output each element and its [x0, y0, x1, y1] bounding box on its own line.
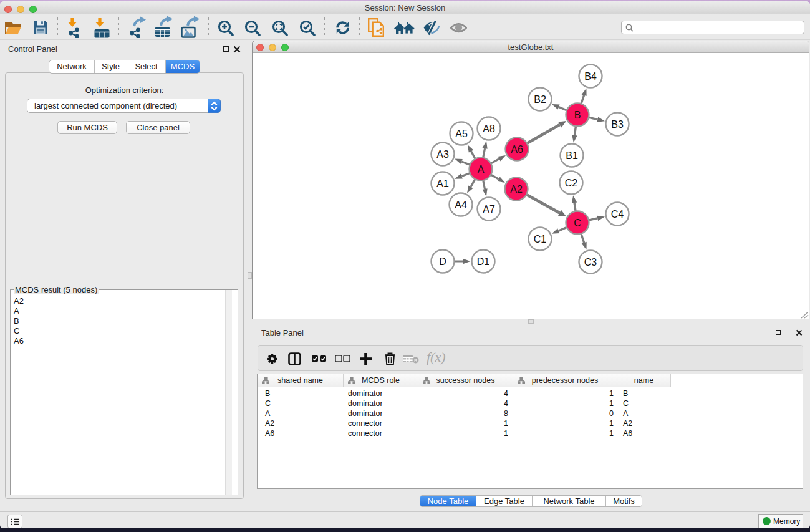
svg-text:C1: C1 — [534, 234, 547, 244]
svg-text:A5: A5 — [455, 128, 468, 139]
svg-text:D1: D1 — [477, 256, 490, 267]
svg-text:D: D — [439, 256, 446, 267]
svg-text:A: A — [478, 164, 485, 175]
svg-text:B3: B3 — [611, 119, 624, 130]
svg-text:C3: C3 — [584, 257, 597, 268]
svg-text:A1: A1 — [436, 178, 449, 189]
svg-text:A4: A4 — [455, 200, 467, 210]
svg-text:A7: A7 — [483, 204, 495, 215]
svg-text:B: B — [574, 110, 581, 120]
svg-text:B1: B1 — [566, 150, 578, 161]
svg-text:C4: C4 — [611, 209, 624, 220]
svg-text:B4: B4 — [584, 71, 597, 82]
svg-text:A8: A8 — [483, 123, 495, 134]
svg-text:A6: A6 — [511, 144, 523, 155]
svg-text:C: C — [574, 218, 581, 228]
svg-text:A3: A3 — [436, 149, 449, 160]
svg-text:B2: B2 — [534, 94, 546, 105]
svg-text:A2: A2 — [510, 184, 523, 195]
svg-text:C2: C2 — [565, 178, 578, 188]
